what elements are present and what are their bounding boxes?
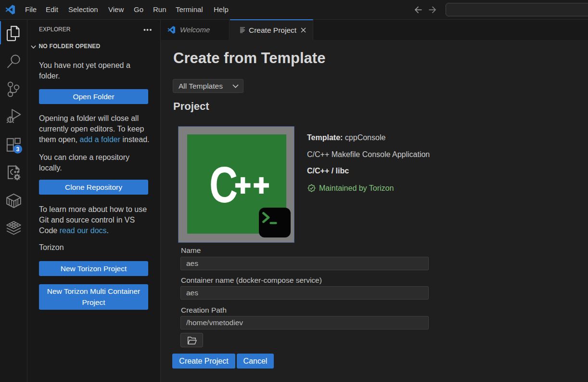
svg-text:3: 3: [16, 146, 20, 153]
svg-text:C: C: [209, 157, 238, 213]
